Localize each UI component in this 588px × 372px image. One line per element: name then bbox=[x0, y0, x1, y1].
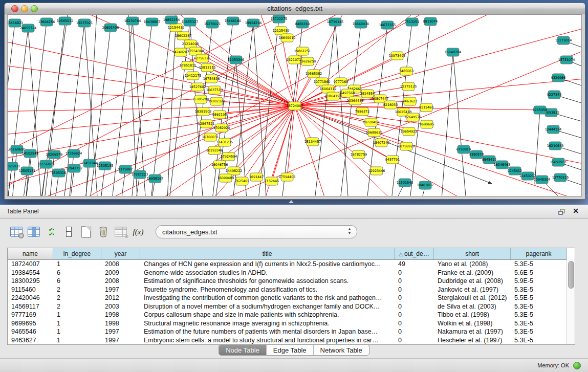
network-edge[interactable] bbox=[295, 106, 409, 132]
network-node[interactable]: 12592548 bbox=[397, 179, 413, 187]
table-cell[interactable]: 18300295 bbox=[8, 277, 53, 286]
network-node[interactable]: 12154439 bbox=[168, 24, 185, 32]
table-cell[interactable]: Estimation of significance thresholds fo… bbox=[140, 277, 395, 286]
table-cell[interactable]: 0 bbox=[395, 269, 434, 277]
network-node[interactable]: 16640930 bbox=[353, 20, 369, 28]
network-node[interactable]: 17594403 bbox=[279, 173, 296, 181]
table-cell[interactable]: Investigating the contribution of common… bbox=[140, 294, 395, 302]
table-row[interactable]: 977716911998Corpus callosum shape and si… bbox=[8, 311, 575, 319]
network-edge[interactable] bbox=[287, 106, 295, 177]
network-edge[interactable] bbox=[8, 61, 295, 106]
table-cell[interactable]: Estimation of the future numbers of pati… bbox=[140, 327, 395, 336]
network-node[interactable]: 11156869 bbox=[38, 160, 55, 168]
network-node[interactable]: 16648784 bbox=[445, 48, 462, 56]
table-cell[interactable]: Stergiakouli et al. (2012) bbox=[434, 294, 511, 302]
network-edge[interactable] bbox=[234, 106, 295, 171]
network-node[interactable]: 16782759 bbox=[351, 150, 367, 159]
table-cell[interactable]: Nakamura et al. (1997) bbox=[434, 327, 511, 336]
network-node[interactable]: 19412175 bbox=[185, 72, 202, 80]
network-node[interactable]: 15237021 bbox=[76, 19, 93, 27]
column-header-out_de[interactable]: △out_de… bbox=[395, 248, 434, 259]
table-cell[interactable]: 0 bbox=[395, 311, 434, 319]
network-node[interactable]: 16046756 bbox=[211, 161, 228, 169]
network-node[interactable]: 20364436 bbox=[347, 97, 364, 105]
network-node[interactable]: 8216033 bbox=[383, 101, 398, 109]
new-table-button[interactable] bbox=[79, 225, 93, 239]
network-node[interactable]: 18381903 bbox=[195, 107, 212, 116]
table-cell[interactable]: 5.5E-5 bbox=[511, 294, 567, 302]
table-cell[interactable]: 5.3E-5 bbox=[511, 302, 567, 311]
network-node[interactable]: 9505316 bbox=[52, 169, 66, 177]
network-node[interactable]: 10655327 bbox=[182, 18, 199, 26]
table-row[interactable]: 911546021997Tourette syndrome. Phenomeno… bbox=[8, 286, 575, 294]
table-cell[interactable]: 2008 bbox=[101, 260, 140, 269]
network-node[interactable]: 10756928 bbox=[398, 142, 415, 150]
table-cell[interactable]: 2 bbox=[53, 286, 101, 294]
network-node[interactable]: 1691447 bbox=[249, 173, 264, 181]
network-node[interactable]: 11173014 bbox=[555, 36, 572, 45]
table-cell[interactable]: Tourette syndrome. Phenomenology and cla… bbox=[140, 286, 395, 294]
network-node[interactable]: 8813074 bbox=[423, 17, 438, 26]
table-cell[interactable]: 1998 bbox=[101, 319, 140, 328]
table-cell[interactable]: 1 bbox=[53, 336, 101, 345]
table-cell[interactable]: 5.3E-5 bbox=[511, 311, 567, 319]
table-cell[interactable]: 0 bbox=[395, 336, 434, 345]
network-node[interactable]: 24055724 bbox=[20, 24, 37, 32]
table-cell[interactable]: 0 bbox=[395, 327, 434, 336]
network-edge[interactable] bbox=[40, 164, 46, 196]
network-node[interactable]: 12505135 bbox=[97, 162, 114, 170]
table-cell[interactable]: 22420046 bbox=[8, 294, 53, 302]
table-cell[interactable]: 0 bbox=[395, 286, 434, 294]
network-node[interactable]: 13604256 bbox=[38, 18, 55, 26]
network-node[interactable]: 9463627 bbox=[403, 97, 417, 105]
network-node[interactable]: 16099489 bbox=[217, 174, 234, 182]
float-panel-icon[interactable] bbox=[558, 208, 565, 215]
network-node[interactable]: 15692951 bbox=[550, 158, 567, 166]
table-row[interactable]: 1830029562008Estimation of significance … bbox=[8, 277, 575, 286]
network-node[interactable]: 10688629 bbox=[366, 128, 383, 137]
network-node[interactable]: 9777169 bbox=[334, 78, 348, 86]
table-cell[interactable]: 1997 bbox=[101, 327, 140, 336]
column-header-name[interactable]: name bbox=[8, 248, 53, 259]
network-node[interactable]: 12770325 bbox=[552, 173, 569, 182]
network-edge[interactable] bbox=[453, 52, 466, 196]
column-header-in_degree[interactable]: in_degree bbox=[53, 248, 101, 259]
network-node[interactable]: 19924294 bbox=[245, 19, 262, 27]
network-node[interactable]: 16671355 bbox=[379, 21, 396, 29]
network-node[interactable]: 8466160 bbox=[295, 20, 310, 28]
network-node[interactable]: 18407249 bbox=[373, 139, 390, 147]
table-cell[interactable]: 1997 bbox=[101, 286, 140, 294]
column-header-short[interactable]: short bbox=[434, 248, 511, 259]
row-height-button[interactable] bbox=[61, 225, 76, 239]
table-cell[interactable]: 14569117 bbox=[8, 302, 53, 311]
network-node[interactable]: 12375125 bbox=[400, 82, 417, 91]
network-node[interactable]: 21053346 bbox=[228, 56, 245, 64]
network-node[interactable]: 9375887 bbox=[118, 165, 133, 173]
network-edge[interactable] bbox=[166, 15, 177, 196]
table-cell[interactable]: 1 bbox=[53, 327, 101, 336]
table-cell[interactable]: 9465546 bbox=[8, 327, 53, 336]
table-settings-button[interactable] bbox=[9, 225, 24, 239]
table-cell[interactable]: 0 bbox=[395, 319, 434, 328]
table-cell[interactable]: 5.3E-5 bbox=[511, 327, 567, 336]
network-node[interactable]: 9457791 bbox=[385, 156, 400, 164]
table-scrollbar[interactable] bbox=[567, 259, 575, 344]
network-node[interactable]: 16754836 bbox=[203, 75, 220, 83]
network-node[interactable]: 7485063 bbox=[399, 67, 413, 75]
table-cell[interactable]: 2009 bbox=[101, 269, 140, 277]
network-edge[interactable] bbox=[335, 22, 350, 196]
network-node[interactable]: 15751074 bbox=[558, 56, 575, 64]
table-cell[interactable]: Yano et al. (2008) bbox=[434, 260, 511, 269]
table-row[interactable]: 2242004622012Investigating the contribut… bbox=[8, 294, 575, 302]
network-node[interactable]: 10973493 bbox=[389, 52, 406, 60]
network-node[interactable]: 11451944 bbox=[81, 159, 98, 167]
network-node[interactable]: 16046463 bbox=[494, 161, 511, 169]
table-cell[interactable]: 19384554 bbox=[8, 269, 53, 277]
tab-node-table[interactable]: Node Table bbox=[219, 345, 266, 355]
table-cell[interactable]: Changes of HCN gene expression and I(f) … bbox=[140, 260, 395, 269]
network-node[interactable]: 12444154 bbox=[545, 125, 562, 134]
table-cell[interactable]: 1 bbox=[53, 319, 101, 328]
network-node[interactable]: 19654923 bbox=[401, 127, 418, 136]
network-node[interactable]: 18602267 bbox=[175, 32, 192, 40]
table-row[interactable]: 1872400712008Changes of HCN gene express… bbox=[8, 260, 575, 269]
